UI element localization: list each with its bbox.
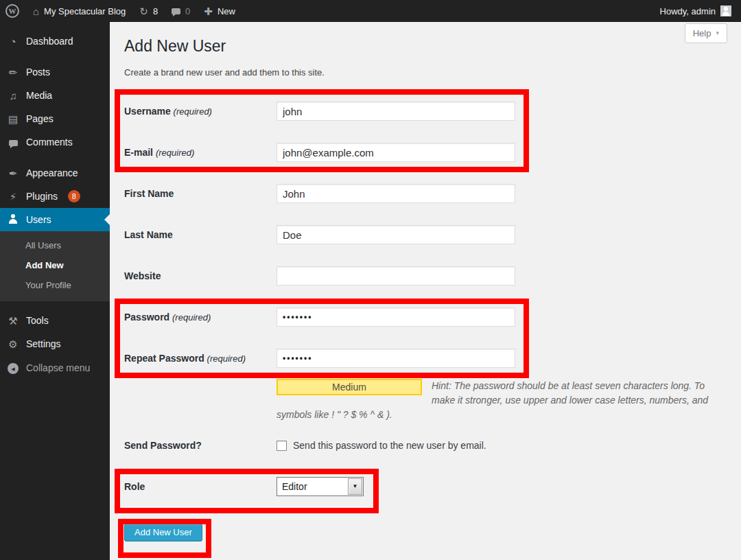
sidebar-item-appearance[interactable]: ✒ Appearance <box>0 161 110 185</box>
site-name-link[interactable]: ⌂ My Spectacular Blog <box>33 6 126 16</box>
send-password-label: Send Password? <box>124 440 277 451</box>
updates-count: 8 <box>153 6 158 16</box>
submenu-item-add-new[interactable]: Add New <box>0 255 110 275</box>
role-row: Role Editor ▼ <box>124 467 727 506</box>
sidebar-item-plugins[interactable]: ⚡ Plugins 8 <box>0 185 110 208</box>
submenu-item-your-profile[interactable]: Your Profile <box>0 275 110 295</box>
sidebar-item-comments[interactable]: Comments <box>0 130 110 154</box>
chevron-down-icon: ▼ <box>353 484 358 489</box>
sidebar-item-label: Media <box>26 90 52 101</box>
required-hint: (required) <box>207 353 246 364</box>
admin-bar-right: Howdy, admin <box>660 0 731 22</box>
website-row: Website <box>124 255 727 296</box>
avatar <box>720 5 731 16</box>
add-new-user-button[interactable]: Add New User <box>124 524 202 541</box>
help-label: Help <box>693 28 711 38</box>
my-account-menu[interactable]: Howdy, admin <box>660 5 731 16</box>
updates-link[interactable]: ↻ 8 <box>139 6 158 16</box>
repeat-password-input[interactable] <box>277 349 515 368</box>
required-hint: (required) <box>156 148 194 158</box>
help-button[interactable]: Help ▾ <box>685 23 727 43</box>
chevron-down-icon: ▾ <box>716 30 719 36</box>
plug-icon: ⚡ <box>6 191 20 202</box>
page-subtitle: Create a brand new user and add them to … <box>124 67 727 78</box>
website-input[interactable] <box>277 266 515 285</box>
pages-stack-icon: ▤ <box>6 114 20 124</box>
plus-icon: ✚ <box>204 6 213 16</box>
sidebar-item-label: Settings <box>26 338 61 349</box>
first-name-row: First Name <box>124 173 727 214</box>
password-row: Password (required) <box>124 296 727 338</box>
add-new-user-page: Help ▾ Add New User Create a brand new u… <box>110 22 741 560</box>
admin-bar-left: W ⌂ My Spectacular Blog ↻ 8 0 ✚ New <box>5 0 235 22</box>
sidebar-item-settings[interactable]: ⚙ Settings <box>0 332 110 355</box>
comments-count: 0 <box>185 6 190 16</box>
sidebar-item-label: Comments <box>26 137 73 148</box>
last-name-input[interactable] <box>277 225 515 244</box>
password-strength-meter: Medium <box>277 379 422 395</box>
required-hint: (required) <box>172 312 211 323</box>
send-password-option: Send this password to the new user by em… <box>277 440 486 451</box>
sidebar-item-label: Plugins <box>26 191 58 202</box>
email-row: E-mail (required) <box>124 132 727 173</box>
submit-row: Add New User <box>124 524 727 541</box>
collapse-menu-button[interactable]: ◀ Collapse menu <box>0 356 110 380</box>
collapse-arrow-icon: ◀ <box>6 362 20 375</box>
required-hint: (required) <box>174 106 212 117</box>
send-password-checkbox[interactable] <box>277 441 287 451</box>
repeat-password-row: Repeat Password (required) <box>124 338 727 379</box>
person-icon <box>6 214 20 226</box>
first-name-input[interactable] <box>277 184 515 203</box>
select-dropdown-button[interactable]: ▼ <box>348 478 362 495</box>
repeat-password-label: Repeat Password (required) <box>124 353 277 364</box>
sidebar-item-tools[interactable]: ⚒ Tools <box>0 309 110 332</box>
users-submenu: All Users Add New Your Profile <box>0 231 110 301</box>
website-label: Website <box>124 270 277 281</box>
role-selected-value: Editor <box>277 481 307 492</box>
pushpin-icon: ✏ <box>6 67 20 78</box>
dashboard-gauge-icon: ◔ <box>6 36 20 47</box>
paintbrush-icon: ✒ <box>6 168 20 178</box>
wrench-icon: ⚒ <box>6 316 20 326</box>
role-label: Role <box>124 481 277 492</box>
site-name-label: My Spectacular Blog <box>44 6 126 16</box>
home-icon: ⌂ <box>33 6 39 16</box>
comment-bubble-icon <box>6 137 20 148</box>
media-note-icon: ♫ <box>6 91 20 101</box>
updates-refresh-icon: ↻ <box>139 6 148 16</box>
create-user-form: Username (required) E-mail (required) Fi… <box>124 91 727 541</box>
submenu-item-all-users[interactable]: All Users <box>0 235 110 255</box>
strength-and-hint: Medium Hint: The password should be at l… <box>277 379 711 422</box>
sidebar-item-label: Tools <box>26 315 49 326</box>
password-input[interactable] <box>277 307 515 327</box>
last-name-label: Last Name <box>124 229 277 240</box>
sidebar-item-pages[interactable]: ▤ Pages <box>0 107 110 130</box>
comments-link[interactable]: 0 <box>172 6 190 16</box>
settings-sliders-icon: ⚙ <box>6 339 20 349</box>
email-label: E-mail (required) <box>124 147 277 158</box>
sidebar-item-media[interactable]: ♫ Media <box>0 84 110 107</box>
page-title: Add New User <box>124 36 727 56</box>
role-select[interactable]: Editor ▼ <box>277 477 364 496</box>
admin-bar: W ⌂ My Spectacular Blog ↻ 8 0 ✚ New Howd… <box>0 0 741 22</box>
password-label: Password (required) <box>124 312 277 323</box>
username-input[interactable] <box>277 102 515 121</box>
sidebar-item-posts[interactable]: ✏ Posts <box>0 60 110 84</box>
wordpress-logo-menu[interactable]: W <box>5 4 19 18</box>
wordpress-logo-icon: W <box>5 4 19 18</box>
sidebar-item-label: Users <box>26 214 51 225</box>
email-field[interactable] <box>277 143 515 162</box>
sidebar-item-label: Pages <box>26 113 54 124</box>
sidebar-item-users[interactable]: Users <box>0 208 110 231</box>
collapse-menu-label: Collapse menu <box>26 362 90 373</box>
sidebar-item-label: Posts <box>26 67 50 78</box>
send-password-row: Send Password? Send this password to the… <box>124 426 727 465</box>
new-content-menu[interactable]: ✚ New <box>204 6 235 16</box>
sidebar-item-dashboard[interactable]: ◔ Dashboard <box>0 30 110 53</box>
first-name-label: First Name <box>124 188 277 199</box>
plugins-update-badge: 8 <box>68 190 80 202</box>
send-password-checkbox-label: Send this password to the new user by em… <box>293 440 486 451</box>
sidebar-item-label: Appearance <box>26 167 78 178</box>
comment-bubble-icon <box>172 8 180 14</box>
last-name-row: Last Name <box>124 214 727 255</box>
